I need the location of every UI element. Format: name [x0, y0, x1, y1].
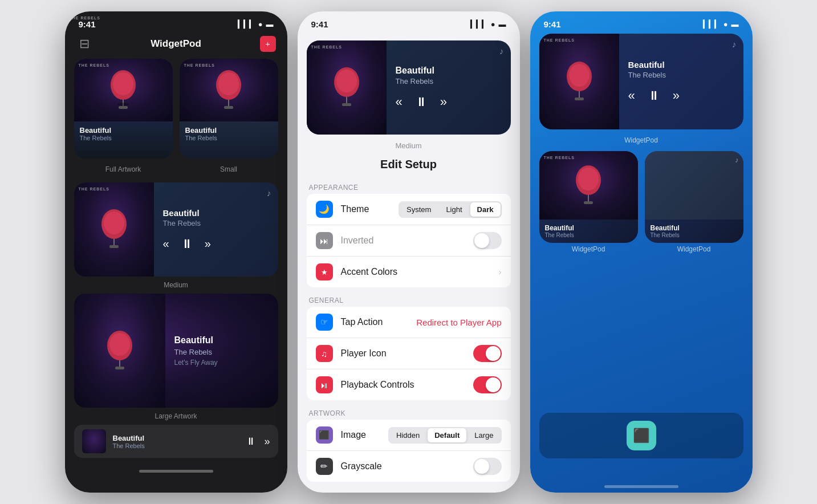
image-default[interactable]: Default [428, 428, 466, 442]
image-icon: ⬛ [316, 426, 333, 444]
pause-btn-medium[interactable]: ⏸ [181, 237, 193, 251]
tap-action-label: Tap Action [341, 317, 409, 327]
theme-dark[interactable]: Dark [470, 202, 501, 217]
medium-controls: « ⏸ » [163, 237, 269, 251]
theme-row[interactable]: 🌙 Theme System Light Dark [307, 194, 511, 225]
theme-label: Theme [341, 204, 391, 214]
blue-bottom-bar: ⬛ [539, 413, 743, 458]
widget-artist-small: The Rebels [185, 135, 273, 141]
svg-rect-8 [224, 106, 233, 109]
large-song: Beautiful [174, 335, 218, 346]
note-icon-preview: ♪ [499, 46, 504, 56]
medium-artist: The Rebels [163, 219, 269, 227]
blue-small-grid: THE REBELS Beautiful The Rebels WidgetPo… [530, 151, 753, 260]
mini-art [82, 429, 106, 453]
note-icon-medium: ♪ [267, 188, 271, 198]
mini-player[interactable]: Beautiful The Rebels ⏸ » [74, 425, 278, 458]
inverted-toggle[interactable] [473, 232, 502, 249]
widget-full-artwork[interactable]: THE REBELS Beautiful The Rebels [74, 59, 173, 158]
forward-blue[interactable]: » [673, 88, 680, 103]
widget-large-art: THE REBELS [74, 294, 165, 408]
general-header: GENERAL [298, 292, 520, 307]
widget-large-dark[interactable]: THE REBELS Beautiful The Rebels Let's Fl… [74, 294, 278, 408]
widget-large-blue[interactable]: ♪ THE REBELS Beautiful The Rebels « ⏸ » [539, 34, 743, 129]
pause-btn-mini[interactable]: ⏸ [246, 436, 256, 448]
grayscale-toggle[interactable] [473, 458, 502, 475]
time-blue: 9:41 [544, 19, 561, 29]
player-icon-toggle[interactable] [473, 345, 502, 362]
svg-point-18 [336, 70, 357, 92]
blue-sm-artist-1: The Rebels [545, 232, 632, 238]
pause-preview[interactable]: ⏸ [415, 95, 428, 109]
preview-artist: The Rebels [396, 77, 502, 86]
rewind-blue[interactable]: « [628, 88, 635, 103]
widget-art-full: THE REBELS [74, 59, 173, 121]
image-label: Image [341, 430, 380, 440]
image-segmented[interactable]: Hidden Default Large [388, 427, 502, 444]
rewind-preview[interactable]: « [396, 95, 403, 109]
balloon-blue-2 [571, 164, 605, 207]
svg-point-26 [578, 168, 599, 190]
preview-song: Beautiful [396, 66, 502, 76]
wifi-icon-dark: ● [258, 20, 263, 29]
image-hidden[interactable]: Hidden [389, 428, 426, 442]
blue-small-widget-1[interactable]: THE REBELS Beautiful The Rebels [539, 151, 638, 243]
blue-small-widget-2[interactable]: ♪ Beautiful The Rebels [645, 151, 743, 243]
svg-rect-16 [115, 367, 124, 369]
svg-rect-24 [575, 97, 584, 100]
inverted-icon: ⏭ [316, 232, 333, 249]
teal-icon[interactable]: ⬛ [627, 421, 656, 450]
blue-sm-info-1: Beautiful The Rebels [539, 220, 638, 243]
blue-sm-label-2: WidgetPod [677, 245, 711, 253]
grayscale-row[interactable]: ✏ Grayscale [307, 451, 511, 482]
inverted-label: Inverted [341, 235, 465, 246]
add-button[interactable]: + [260, 36, 276, 52]
accent-icon: ★ [316, 263, 333, 281]
svg-rect-12 [109, 245, 119, 248]
theme-icon: 🌙 [316, 201, 333, 218]
widget-art-small: THE REBELS [180, 59, 278, 121]
inverted-row[interactable]: ⏭ Inverted [307, 225, 511, 257]
tap-action-value: Redirect to Player App [416, 318, 501, 327]
home-indicator-light [298, 483, 520, 493]
signal-icon-light: ▎▎▎ [470, 20, 487, 29]
mini-artist: The Rebels [113, 442, 239, 449]
home-bar-blue [604, 485, 678, 488]
tap-action-row[interactable]: ☞ Tap Action Redirect to Player App [307, 307, 511, 338]
status-bar-blue: 9:41 ▎▎▎ ● ▬ [530, 11, 753, 34]
rewind-btn-medium[interactable]: « [163, 237, 169, 250]
widget-medium-content: ♪ Beautiful The Rebels « ⏸ » [154, 200, 278, 259]
blue-small-1-col: THE REBELS Beautiful The Rebels WidgetPo… [539, 151, 638, 258]
theme-segmented[interactable]: System Light Dark [399, 201, 501, 218]
blue-sm-label-1: WidgetPod [572, 245, 605, 253]
widget-small[interactable]: ♪ THE REBELS Beautiful The Rebels [180, 59, 278, 158]
widget-medium-dark[interactable]: THE REBELS ♪ Beautiful The Rebels « ⏸ » [74, 182, 278, 277]
large-album: Let's Fly Away [174, 359, 218, 367]
player-icon-row[interactable]: ♫ Player Icon [307, 338, 511, 369]
image-row[interactable]: ⬛ Image Hidden Default Large [307, 420, 511, 451]
forward-preview[interactable]: » [440, 95, 447, 109]
svg-point-14 [109, 333, 130, 356]
theme-light[interactable]: Light [439, 202, 469, 217]
forward-btn-medium[interactable]: » [205, 237, 211, 250]
signal-icon-blue: ▎▎▎ [703, 20, 720, 29]
playback-toggle[interactable] [473, 376, 502, 393]
time-dark: 9:41 [79, 19, 96, 29]
grayscale-label: Grayscale [341, 461, 465, 472]
app-title: WidgetPod [151, 38, 201, 50]
full-artwork-label: Full Artwork [74, 165, 173, 173]
image-large[interactable]: Large [468, 428, 500, 442]
widget-info-full: Beautiful The Rebels [74, 121, 173, 144]
forward-btn-mini[interactable]: » [264, 436, 270, 448]
blue-small-2-col: ♪ Beautiful The Rebels WidgetPod [645, 151, 743, 258]
blue-large-content: Beautiful The Rebels « ⏸ » [619, 52, 743, 111]
layers-icon[interactable]: ⊟ [76, 36, 92, 52]
accent-colors-row[interactable]: ★ Accent Colors › [307, 257, 511, 287]
blue-large-art: THE REBELS [539, 34, 619, 129]
playback-controls-row[interactable]: ⏯ Playback Controls [307, 369, 511, 400]
balloon-art-2 [212, 69, 246, 112]
pause-blue[interactable]: ⏸ [648, 88, 660, 103]
theme-system[interactable]: System [400, 202, 438, 217]
blue-large-controls: « ⏸ » [628, 88, 734, 103]
status-icons-dark: ▎▎▎ ● ▬ [238, 20, 274, 29]
